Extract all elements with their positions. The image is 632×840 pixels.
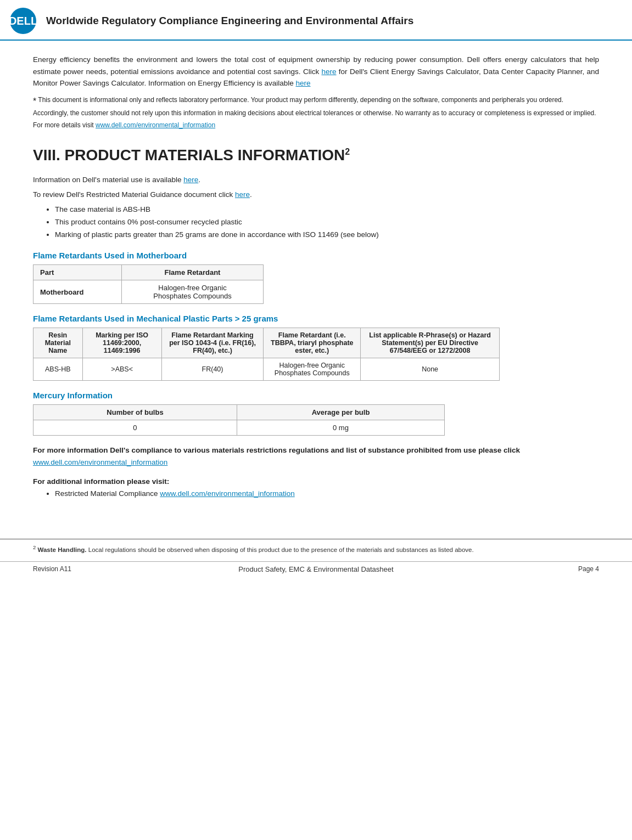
section-superscript: 2: [345, 146, 350, 156]
flame2-row1-col3: FR(40): [161, 358, 264, 381]
more-info-link[interactable]: www.dell.com/environmental_information: [33, 458, 167, 466]
dell-logo: DELL: [9, 7, 37, 35]
flame-table-2: Resin Material Name Marking per ISO 1146…: [33, 328, 500, 381]
material-here-link[interactable]: here: [183, 176, 198, 184]
section-8-title: VIII. PRODUCT MATERIALS INFORMATION2: [33, 146, 599, 164]
section8-line1-post: .: [198, 176, 200, 184]
flame1-subsection-title: Flame Retardants Used in Motherboard: [33, 251, 599, 260]
mercury-table: Number of bulbs Average per bulb 0 0 mg: [33, 404, 445, 436]
footnote-star-text: This document is informational only and …: [33, 96, 596, 117]
footer-revision: Revision A11: [33, 565, 71, 573]
flame2-header-1: Marking per ISO 11469:2000, 11469:1996: [82, 328, 161, 358]
section8-line1-pre: Information on Dell's material use is av…: [33, 176, 183, 184]
bullet-2: This product contains 0% post‑consumer r…: [55, 216, 599, 229]
footer-page: Page 4: [578, 565, 599, 573]
header-title: Worldwide Regulatory Compliance Engineer…: [46, 15, 413, 27]
footnote-star-line: * This document is informational only an…: [33, 95, 599, 118]
bullet-1: The case material is ABS‑HB: [55, 204, 599, 216]
flame-table-1: Part Flame Retardant Motherboard Halogen…: [33, 264, 264, 304]
bullet-3: Marking of plastic parts greater than 25…: [55, 229, 599, 241]
visit-link[interactable]: www.dell.com/environmental_information: [96, 121, 215, 129]
flame1-col1-header: Part: [33, 265, 122, 280]
footer-center-text: Product Safety, EMC & Environmental Data…: [238, 565, 393, 573]
energy-here-link-1[interactable]: here: [321, 67, 336, 76]
page: DELL Worldwide Regulatory Compliance Eng…: [0, 0, 632, 840]
star-icon: *: [33, 97, 36, 106]
flame2-subsection-title: Flame Retardants Used in Mechanical Plas…: [33, 314, 599, 323]
svg-text:DELL: DELL: [9, 15, 37, 27]
footnote-section: 2 Waste Handling. Local regulations shou…: [0, 539, 632, 555]
flame2-header-4: List applicable R-Phrase(s) or Hazard St…: [361, 328, 500, 358]
additional-item-0-pre: Restricted Material Compliance: [55, 489, 160, 498]
visit-line: For more details visit www.dell.com/envi…: [33, 120, 599, 130]
footnote-body: Local regulations should be observed whe…: [88, 546, 474, 553]
table-row: 0 0 mg: [33, 420, 445, 436]
flame1-col2-header: Flame Retardant: [122, 265, 264, 280]
section8-line2: To review Dell's Restricted Material Gui…: [33, 189, 599, 201]
additional-bullets: Restricted Material Compliance www.dell.…: [55, 488, 599, 500]
flame2-row1-col5: None: [361, 358, 500, 381]
section8-line1: Information on Dell's material use is av…: [33, 174, 599, 187]
additional-heading: For additional information please visit:: [33, 477, 599, 486]
flame2-header-2: Flame Retardant Marking per ISO 1043-4 (…: [161, 328, 264, 358]
flame2-row1-col4: Halogen-free Organic Phosphates Compound…: [264, 358, 361, 381]
energy-here-link-2[interactable]: here: [296, 79, 311, 87]
visit-pre: For more details visit: [33, 121, 96, 129]
flame2-header-3: Flame Retardant (i.e. TBBPA, triaryl pho…: [264, 328, 361, 358]
section8-line2-post: .: [250, 190, 252, 199]
additional-item-0: Restricted Material Compliance www.dell.…: [55, 488, 599, 500]
flame2-header-0: Resin Material Name: [33, 328, 83, 358]
more-info-click: click: [501, 446, 520, 454]
more-info-paragraph: For more information Dell's compliance t…: [33, 444, 599, 468]
additional-item-0-link[interactable]: www.dell.com/environmental_information: [160, 489, 294, 498]
mercury-col1-header: Number of bulbs: [33, 405, 237, 420]
more-info-bold: For more information Dell's compliance t…: [33, 446, 501, 454]
table-row: Motherboard Halogen-free Organic Phospha…: [33, 280, 264, 304]
page-header: DELL Worldwide Regulatory Compliance Eng…: [0, 0, 632, 41]
section8-bullets: The case material is ABS‑HB This product…: [55, 204, 599, 241]
intro-paragraph: Energy efficiency benefits the environme…: [33, 54, 599, 89]
mercury-row1-col2: 0 mg: [237, 420, 444, 436]
additional-info-section: For additional information please visit:…: [33, 477, 599, 500]
flame1-row1-col1: Motherboard: [33, 280, 122, 304]
flame1-row1-col2: Halogen-free Organic Phosphates Compound…: [122, 280, 264, 304]
footnote-bold: Waste Handling.: [38, 546, 87, 553]
restricted-here-link[interactable]: here: [235, 190, 250, 199]
table-row: ABS‑HB >ABS< FR(40) Halogen-free Organic…: [33, 358, 500, 381]
footnote-paragraph: 2 Waste Handling. Local regulations shou…: [33, 544, 599, 555]
section8-line2-pre: To review Dell's Restricted Material Gui…: [33, 190, 235, 199]
flame2-row1-col2: >ABS<: [82, 358, 161, 381]
page-footer: Revision A11 Product Safety, EMC & Envir…: [0, 561, 632, 577]
flame2-row1-col1: ABS‑HB: [33, 358, 83, 381]
mercury-subsection-title: Mercury Information: [33, 391, 599, 400]
main-content: Energy efficiency benefits the environme…: [0, 41, 632, 517]
mercury-row1-col1: 0: [33, 420, 237, 436]
mercury-col2-header: Average per bulb: [237, 405, 444, 420]
footnote-number: 2: [33, 544, 36, 550]
